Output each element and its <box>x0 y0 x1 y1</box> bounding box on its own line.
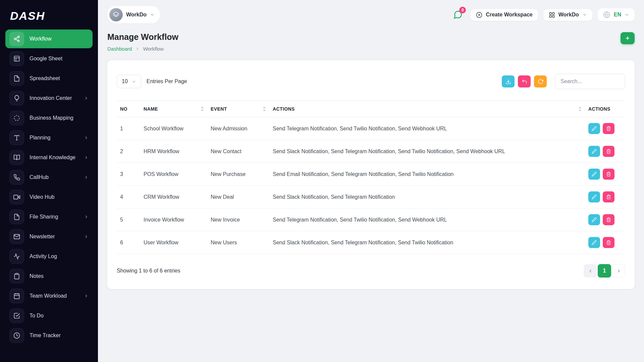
pencil-icon <box>592 172 597 177</box>
sidebar-item-label: Spreadsheet <box>30 75 60 81</box>
sidebar-item-label: Business Mapping <box>30 115 73 121</box>
chevron-down-icon <box>132 79 136 84</box>
cell-no: 1 <box>117 117 140 140</box>
sidebar-item-video-hub[interactable]: Video Hub <box>5 188 93 206</box>
sidebar-item-callhub[interactable]: CallHub <box>5 168 93 187</box>
workspace-switcher[interactable]: WorkDo <box>107 6 160 23</box>
sidebar-item-workflow[interactable]: Workflow <box>5 29 93 48</box>
delete-button[interactable] <box>603 191 614 202</box>
pagination-page-1-button[interactable]: 1 <box>598 264 611 278</box>
edit-button[interactable] <box>588 191 600 202</box>
sidebar-item-newsletter[interactable]: Newsletter <box>5 227 93 246</box>
edit-button[interactable] <box>588 169 600 180</box>
cell-event: New Invoice <box>207 208 269 231</box>
sidebar-item-file-sharing[interactable]: File Sharing <box>5 207 93 226</box>
chevron-right-icon <box>84 175 89 180</box>
pagination-prev-button[interactable] <box>584 264 597 278</box>
sidebar-item-business-mapping[interactable]: Business Mapping <box>5 109 93 127</box>
delete-button[interactable] <box>603 146 614 157</box>
sidebar-item-team-workload[interactable]: Team Workload <box>5 287 93 305</box>
sidebar-item-label: Team Workload <box>30 293 67 299</box>
create-workspace-button[interactable]: Create Workspace <box>471 9 538 21</box>
workflow-table: NO NAME EVENT <box>117 101 625 254</box>
sidebar-item-label: Video Hub <box>30 194 54 200</box>
breadcrumb-dashboard-link[interactable]: Dashboard <box>107 46 132 52</box>
delete-button[interactable] <box>603 237 614 248</box>
pagination-next-button[interactable] <box>612 264 625 278</box>
delete-button[interactable] <box>603 123 614 134</box>
chevron-right-icon <box>84 215 89 219</box>
cell-event: New Users <box>207 231 269 254</box>
delete-button[interactable] <box>603 214 614 225</box>
sidebar-item-spreadsheet[interactable]: Spreadsheet <box>5 69 93 88</box>
search-input[interactable] <box>555 74 625 89</box>
book-icon <box>9 150 24 165</box>
sidebar-item-label: Time Tracker <box>30 333 61 339</box>
topbar: WorkDo 0 Create Workspace <box>98 0 644 27</box>
cell-actions: Send Slack Notification, Send Telegram N… <box>269 231 585 254</box>
sidebar-item-label: File Sharing <box>30 214 58 220</box>
file-icon <box>9 71 24 86</box>
sidebar-item-activity-log[interactable]: Activity Log <box>5 247 93 266</box>
page-size-select[interactable]: 10 <box>117 75 141 88</box>
chevron-right-icon <box>135 47 140 51</box>
edit-button[interactable] <box>588 214 600 225</box>
chevron-right-icon <box>616 268 621 274</box>
column-header-row-actions: ACTIONS <box>585 101 625 117</box>
table-row: 1 School Workflow New Admission Send Tel… <box>117 117 625 140</box>
cell-event: New Deal <box>207 186 269 208</box>
chevron-right-icon <box>84 135 89 140</box>
language-selector[interactable]: EN <box>598 8 635 21</box>
edit-button[interactable] <box>588 123 600 134</box>
create-workspace-label: Create Workspace <box>486 12 532 18</box>
table-header-row: NO NAME EVENT <box>117 101 625 117</box>
trash-icon <box>606 194 611 199</box>
trash-icon <box>606 126 611 131</box>
reset-button[interactable] <box>518 75 531 87</box>
sidebar-item-label: Planning <box>30 135 50 141</box>
cell-name: User Workflow <box>140 231 207 254</box>
sidebar-item-internal-knowledge[interactable]: Internal Knowledge <box>5 148 93 167</box>
add-workflow-button[interactable] <box>621 32 635 44</box>
sort-icon <box>263 107 266 111</box>
toolbar-buttons <box>502 74 625 89</box>
column-header-name[interactable]: NAME <box>140 101 207 117</box>
edit-button[interactable] <box>588 237 600 248</box>
showing-entries-text: Showing 1 to 6 of 6 entries <box>117 268 180 274</box>
messages-button[interactable]: 0 <box>450 7 465 22</box>
mail-icon <box>9 229 24 244</box>
export-button[interactable] <box>502 75 515 87</box>
breadcrumb-current: Workflow <box>143 46 163 52</box>
table-row: 4 CRM Workflow New Deal Send Slack Notif… <box>117 186 625 208</box>
cell-name: CRM Workflow <box>140 186 207 208</box>
sidebar-item-time-tracker[interactable]: Time Tracker <box>5 326 93 345</box>
delete-button[interactable] <box>603 169 614 180</box>
table-row: 5 Invoice Workflow New Invoice Send Tele… <box>117 208 625 231</box>
column-header-actions[interactable]: ACTIONS <box>269 101 585 117</box>
sidebar-item-to-do[interactable]: To Do <box>5 306 93 325</box>
edit-button[interactable] <box>588 146 600 157</box>
workspace-dropdown[interactable]: WorkDo <box>543 9 592 21</box>
refresh-button[interactable] <box>534 75 547 87</box>
sidebar-item-label: Activity Log <box>30 253 57 259</box>
table-icon <box>9 51 24 66</box>
sidebar-item-planning[interactable]: Planning <box>5 128 93 147</box>
sidebar-item-notes[interactable]: Notes <box>5 267 93 286</box>
sidebar-item-google-sheet[interactable]: Google Sheet <box>5 49 93 68</box>
undo-icon <box>522 79 527 84</box>
brand-logo[interactable]: DASH <box>0 5 98 28</box>
workflow-icon <box>9 32 24 46</box>
file-icon <box>9 209 24 224</box>
trash-icon <box>606 217 611 222</box>
column-header-event[interactable]: EVENT <box>207 101 269 117</box>
sidebar-item-innovation-center[interactable]: Innovation Center <box>5 89 93 108</box>
cell-actions: Send Slack Notification, Send Telegram N… <box>269 186 585 208</box>
chevron-right-icon <box>84 96 89 101</box>
calendar-icon <box>9 289 24 303</box>
pencil-icon <box>592 126 597 131</box>
sort-icon <box>201 107 204 111</box>
cell-no: 3 <box>117 163 140 186</box>
cell-actions: Send Slack Notification, Send Telegram N… <box>269 140 585 163</box>
sort-icon <box>578 107 582 111</box>
topbar-actions: 0 Create Workspace WorkDo <box>450 7 635 22</box>
